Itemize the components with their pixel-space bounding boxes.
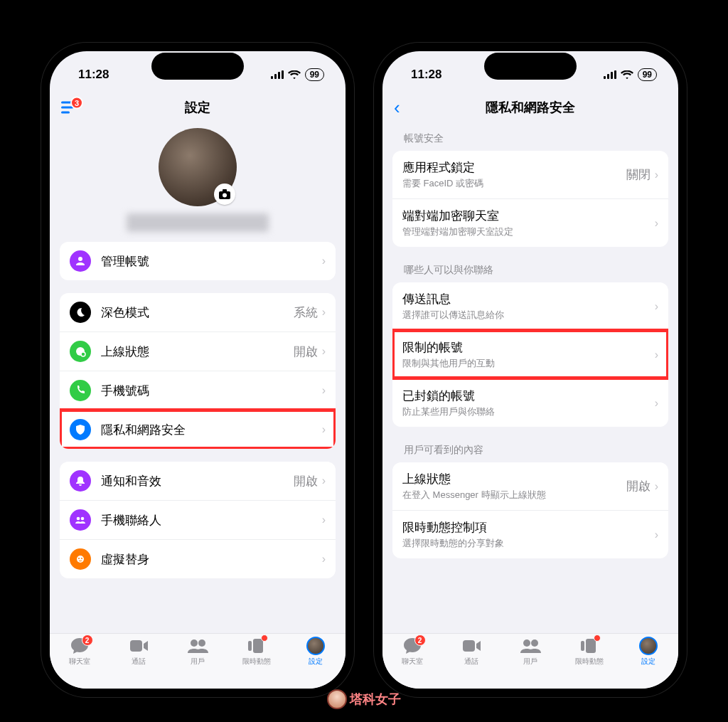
row-label: 應用程式鎖定: [402, 159, 626, 176]
tab-label: 通話: [464, 657, 478, 667]
chat-icon: 2: [402, 637, 423, 655]
row-label: 通知和音效: [101, 473, 294, 489]
tab-settings[interactable]: 設定: [619, 637, 678, 679]
tab-settings[interactable]: 設定: [287, 637, 346, 679]
row-phone-number[interactable]: 手機號碼 ›: [60, 371, 336, 410]
svg-rect-21: [607, 74, 609, 79]
row-value: 開啟: [294, 344, 318, 360]
nav-header-privacy: ‹ 隱私和網路安全: [382, 91, 678, 124]
chevron-right-icon: ›: [322, 384, 326, 397]
tab-chats[interactable]: 2 聊天室: [50, 637, 109, 679]
group-what-users-see: 上線狀態 在登入 Messenger 時顯示上線狀態 開啟 › 限時動態控制項 …: [392, 462, 668, 558]
svg-rect-2: [278, 72, 280, 79]
row-sub: 防止某些用戶與你聯絡: [402, 405, 655, 418]
row-app-lock[interactable]: 應用程式鎖定 需要 FaceID 或密碼 關閉 ›: [392, 151, 668, 198]
tab-calls[interactable]: 通話: [109, 637, 168, 679]
section-who-contacts: 哪些人可以與你聯絡: [392, 260, 668, 282]
row-notifications[interactable]: 通知和音效 開啟 ›: [60, 462, 336, 500]
row-sub: 選擇限時動態的分享對象: [402, 537, 655, 550]
row-label: 上線狀態: [101, 344, 294, 360]
phone-icon: [70, 380, 91, 401]
svg-rect-23: [614, 70, 616, 79]
tab-calls[interactable]: 通話: [441, 637, 500, 679]
tab-stories[interactable]: 限時動態: [560, 637, 619, 679]
row-sub: 管理端對端加密聊天室設定: [402, 225, 655, 238]
people-icon: [187, 637, 208, 655]
row-story-controls[interactable]: 限時動態控制項 選擇限時動態的分享對象 ›: [392, 510, 668, 558]
chevron-right-icon: ›: [322, 474, 326, 487]
tab-badge: 2: [82, 635, 93, 646]
back-button[interactable]: ‹: [394, 100, 400, 115]
row-manage-account[interactable]: 管理帳號 ›: [60, 242, 336, 280]
contacts-icon: [70, 509, 91, 531]
row-avatars[interactable]: 虛擬替身 ›: [60, 539, 336, 578]
avatar: [159, 128, 237, 206]
row-sub: 限制與其他用戶的互動: [402, 357, 655, 370]
notch: [484, 53, 577, 80]
shield-icon: [70, 419, 91, 440]
tab-stories[interactable]: 限時動態: [228, 637, 287, 679]
chevron-right-icon: ›: [655, 169, 658, 181]
svg-point-14: [81, 558, 82, 559]
row-label: 隱私和網路安全: [101, 422, 322, 438]
row-value: 系統: [294, 304, 318, 321]
svg-point-16: [191, 639, 198, 647]
tab-badge: 2: [414, 635, 426, 646]
screen-privacy: 11:28 99 ‹ 隱私和網路安全 帳號安全: [382, 51, 678, 689]
row-value: 關閉: [626, 166, 651, 183]
people-icon: [520, 637, 541, 655]
row-label: 手機號碼: [101, 383, 322, 399]
phone-left: 11:28 99 3 設定: [41, 43, 354, 697]
row-blocked[interactable]: 已封鎖的帳號 防止某些用戶與你聯絡 ›: [392, 378, 668, 427]
row-label: 已封鎖的帳號: [402, 388, 655, 404]
svg-rect-1: [274, 74, 277, 79]
watermark-face-icon: [327, 689, 347, 709]
tab-dot: [594, 635, 601, 642]
row-label: 傳送訊息: [402, 291, 655, 307]
chevron-right-icon: ›: [655, 217, 658, 230]
row-restricted[interactable]: 限制的帳號 限制與其他用戶的互動 ›: [392, 330, 668, 378]
signal-icon: [271, 70, 284, 79]
chevron-right-icon: ›: [322, 514, 326, 526]
moon-icon: [70, 302, 91, 323]
svg-rect-3: [282, 70, 284, 79]
battery-pill: 99: [305, 68, 324, 81]
svg-point-7: [78, 257, 82, 261]
active-status-icon: [70, 341, 91, 362]
phone-right: 11:28 99 ‹ 隱私和網路安全 帳號安全: [374, 43, 687, 697]
stories-icon: [579, 637, 600, 655]
status-right: 99: [271, 68, 324, 81]
settings-content: 管理帳號 › 深色模式 系統 › 上線狀態: [50, 124, 346, 633]
tab-bar: 2 聊天室 通話 用戶 限時動態: [382, 633, 678, 689]
row-sub: 需要 FaceID 或密碼: [402, 177, 626, 190]
svg-point-10: [77, 517, 80, 521]
profile-block[interactable]: [60, 124, 336, 242]
tab-people[interactable]: 用戶: [500, 637, 560, 679]
stories-icon: [246, 637, 267, 655]
chevron-right-icon: ›: [322, 423, 326, 436]
row-privacy[interactable]: 隱私和網路安全 ›: [60, 410, 336, 449]
camera-icon[interactable]: [214, 184, 235, 205]
svg-rect-22: [611, 72, 613, 79]
tab-chats[interactable]: 2 聊天室: [382, 637, 441, 679]
settings-avatar-icon: [638, 637, 659, 655]
row-message-delivery[interactable]: 傳送訊息 選擇誰可以傳送訊息給你 ›: [392, 282, 668, 330]
row-dark-mode[interactable]: 深色模式 系統 ›: [60, 293, 336, 331]
tab-people[interactable]: 用戶: [168, 637, 227, 679]
row-e2ee[interactable]: 端對端加密聊天室 管理端對端加密聊天室設定 ›: [392, 198, 668, 247]
chevron-right-icon: ›: [655, 349, 658, 361]
svg-rect-24: [463, 640, 475, 652]
signal-icon: [604, 70, 616, 79]
svg-point-6: [223, 193, 227, 198]
menu-button[interactable]: 3: [61, 102, 77, 114]
svg-rect-28: [581, 641, 584, 651]
row-label: 限時動態控制項: [402, 519, 655, 536]
row-phone-contacts[interactable]: 手機聯絡人 ›: [60, 500, 336, 539]
group-account-security: 應用程式鎖定 需要 FaceID 或密碼 關閉 › 端對端加密聊天室 管理端對端…: [392, 151, 668, 247]
chevron-right-icon: ›: [655, 529, 658, 541]
svg-point-17: [198, 639, 205, 647]
row-active-status[interactable]: 上線狀態 開啟 ›: [60, 331, 336, 371]
svg-rect-15: [130, 640, 142, 652]
group-who-contacts: 傳送訊息 選擇誰可以傳送訊息給你 › 限制的帳號 限制與其他用戶的互動 › 已封…: [392, 282, 668, 427]
row-active-status-2[interactable]: 上線狀態 在登入 Messenger 時顯示上線狀態 開啟 ›: [392, 462, 668, 510]
